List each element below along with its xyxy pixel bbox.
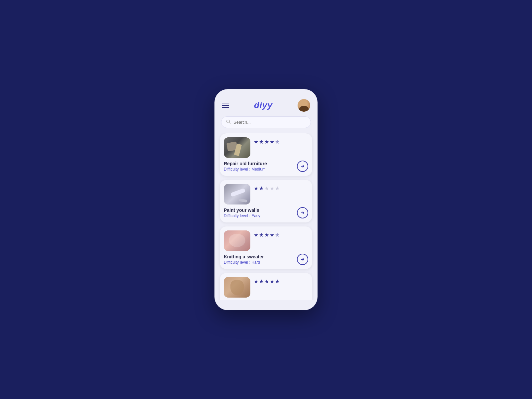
star-4: ★ (270, 139, 274, 145)
star-4: ★ (270, 185, 274, 192)
star-1: ★ (254, 232, 258, 238)
card-body: Paint your walls Difficulty level : Easy (220, 204, 312, 222)
card-repair-furniture: ★ ★ ★ ★ ★ Repair old furniture Difficult… (220, 133, 312, 176)
card-difficulty: Difficulty level : Easy (224, 213, 260, 218)
phone-frame: diyy ★ ★ ★ ★ (214, 89, 318, 310)
search-input[interactable] (233, 120, 306, 125)
search-bar[interactable] (221, 116, 311, 128)
paint-image (224, 184, 250, 204)
knitting-image (224, 230, 250, 251)
search-icon (226, 119, 231, 125)
star-2: ★ (259, 278, 264, 285)
card-image-row: ★ ★ ★ ★ ★ (220, 180, 312, 204)
card-text: Knitting a sweater Difficulty level : Ha… (224, 254, 264, 265)
card-image-row: ★ ★ ★ ★ ★ (220, 273, 312, 300)
star-3: ★ (264, 278, 269, 285)
star-1: ★ (254, 278, 258, 285)
card-thumbnail-paint (224, 184, 250, 204)
star-1: ★ (254, 139, 258, 145)
star-5: ★ (275, 139, 280, 145)
star-2: ★ (259, 139, 264, 145)
card-body: Repair old furniture Difficulty level : … (220, 158, 312, 176)
star-2: ★ (259, 232, 264, 238)
card-thumbnail-furniture (224, 137, 250, 158)
card-thumbnail-pottery (224, 277, 250, 298)
star-2: ★ (259, 185, 264, 192)
star-4: ★ (270, 232, 274, 238)
app-title: diyy (254, 100, 273, 110)
avatar[interactable] (298, 99, 310, 112)
svg-line-1 (229, 122, 230, 123)
star-3: ★ (264, 232, 269, 238)
card-arrow-button[interactable] (297, 254, 308, 265)
card-image-row: ★ ★ ★ ★ ★ (220, 226, 312, 251)
star-3: ★ (264, 139, 269, 145)
furniture-image (224, 137, 250, 158)
card-paint-walls: ★ ★ ★ ★ ★ Paint your walls Difficulty le… (220, 180, 312, 222)
card-stars: ★ ★ ★ ★ ★ (254, 232, 280, 238)
card-pottery-partial: ★ ★ ★ ★ ★ (220, 273, 312, 300)
star-1: ★ (254, 185, 258, 192)
star-3: ★ (264, 185, 269, 192)
card-stars: ★ ★ ★ ★ ★ (254, 278, 280, 285)
card-text: Paint your walls Difficulty level : Easy (224, 207, 260, 218)
card-stars: ★ ★ ★ ★ ★ (254, 185, 280, 192)
card-difficulty: Difficulty level : Medium (224, 167, 267, 172)
star-5: ★ (275, 185, 280, 192)
card-thumbnail-knitting (224, 230, 250, 251)
pottery-image (224, 277, 250, 298)
cards-list: ★ ★ ★ ★ ★ Repair old furniture Difficult… (214, 133, 318, 300)
card-title: Repair old furniture (224, 161, 267, 166)
card-arrow-button[interactable] (297, 207, 308, 218)
card-arrow-button[interactable] (297, 161, 308, 172)
header: diyy (214, 96, 318, 116)
star-5: ★ (275, 278, 280, 285)
card-image-row: ★ ★ ★ ★ ★ (220, 133, 312, 158)
card-title: Knitting a sweater (224, 254, 264, 259)
card-stars: ★ ★ ★ ★ ★ (254, 139, 280, 145)
menu-icon[interactable] (222, 103, 229, 108)
card-knitting-sweater: ★ ★ ★ ★ ★ Knitting a sweater Difficulty … (220, 226, 312, 269)
card-title: Paint your walls (224, 207, 260, 213)
star-4: ★ (270, 278, 274, 285)
avatar-image (298, 99, 310, 112)
card-body: Knitting a sweater Difficulty level : Ha… (220, 251, 312, 269)
star-5: ★ (275, 232, 280, 238)
card-difficulty: Difficulty level : Hard (224, 260, 264, 265)
card-text: Repair old furniture Difficulty level : … (224, 161, 267, 172)
